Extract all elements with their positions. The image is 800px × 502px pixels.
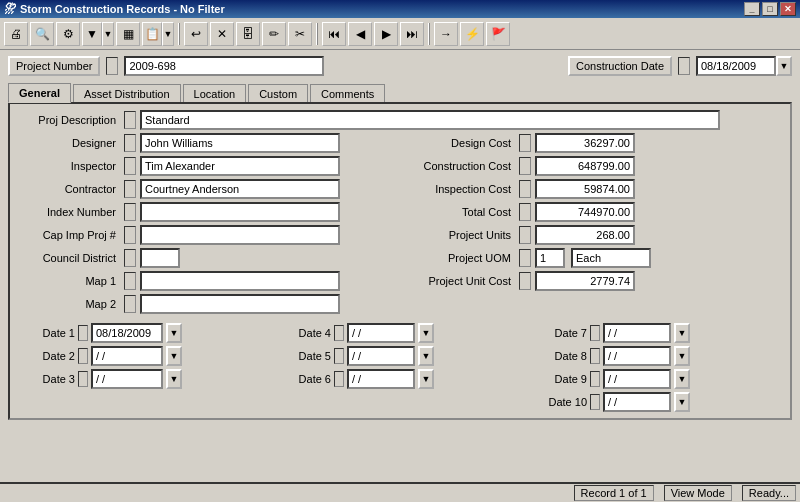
tab-general[interactable]: General <box>8 83 71 103</box>
tab-comments[interactable]: Comments <box>310 84 385 103</box>
close-button[interactable]: ✕ <box>780 2 796 16</box>
last-record-button[interactable]: ⏭ <box>400 22 424 46</box>
project-number-input[interactable] <box>124 56 324 76</box>
date4-input[interactable] <box>347 323 415 343</box>
contractor-input[interactable] <box>140 179 340 199</box>
date2-indicator <box>78 348 88 364</box>
date8-indicator <box>590 348 600 364</box>
find-button[interactable]: 🔍 <box>30 22 54 46</box>
council-district-input[interactable] <box>140 248 180 268</box>
date5-row: Date 5 ▼ <box>276 346 524 366</box>
date9-dropdown-btn[interactable]: ▼ <box>674 369 690 389</box>
date1-indicator <box>78 325 88 341</box>
flag-button[interactable]: 🚩 <box>486 22 510 46</box>
inspection-cost-label: Inspection Cost <box>405 183 515 195</box>
project-units-input[interactable] <box>535 225 635 245</box>
date4-indicator <box>334 325 344 341</box>
date4-dropdown-btn[interactable]: ▼ <box>418 323 434 343</box>
record-status: Record 1 of 1 <box>574 485 654 501</box>
undo-button[interactable]: ↩ <box>184 22 208 46</box>
council-district-label: Council District <box>20 252 120 264</box>
left-column: Designer Inspector Contractor Index Numb… <box>20 133 395 317</box>
filter-dropdown[interactable]: ▼ <box>102 22 114 46</box>
date10-dropdown-btn[interactable]: ▼ <box>674 392 690 412</box>
date7-indicator <box>590 325 600 341</box>
maximize-button[interactable]: □ <box>762 2 778 16</box>
date1-dropdown-btn[interactable]: ▼ <box>166 323 182 343</box>
proj-description-input[interactable] <box>140 110 720 130</box>
total-cost-label: Total Cost <box>405 206 515 218</box>
inspector-input[interactable] <box>140 156 340 176</box>
header-row: Project Number Construction Date ▼ <box>8 56 792 76</box>
tab-custom[interactable]: Custom <box>248 84 308 103</box>
date5-input[interactable] <box>347 346 415 366</box>
project-uom-input1[interactable] <box>535 248 565 268</box>
date9-input[interactable] <box>603 369 671 389</box>
project-uom-input2[interactable] <box>571 248 651 268</box>
copy-dropdown[interactable]: ▼ <box>162 22 174 46</box>
window-controls: _ □ ✕ <box>744 2 796 16</box>
filter-button[interactable]: ▼ <box>82 22 102 46</box>
save-button[interactable]: 🗄 <box>236 22 260 46</box>
designer-row: Designer <box>20 133 395 153</box>
minimize-button[interactable]: _ <box>744 2 760 16</box>
date6-input[interactable] <box>347 369 415 389</box>
project-units-row: Project Units <box>405 225 780 245</box>
copy-button[interactable]: 📋 <box>142 22 162 46</box>
date4-row: Date 4 ▼ <box>276 323 524 343</box>
construction-cost-input[interactable] <box>535 156 635 176</box>
project-number-label-btn[interactable]: Project Number <box>8 56 100 76</box>
date2-dropdown-btn[interactable]: ▼ <box>166 346 182 366</box>
project-unit-cost-input[interactable] <box>535 271 635 291</box>
first-record-button[interactable]: ⏮ <box>322 22 346 46</box>
contractor-label: Contractor <box>20 183 120 195</box>
design-cost-input[interactable] <box>535 133 635 153</box>
map1-input[interactable] <box>140 271 340 291</box>
date10-input[interactable] <box>603 392 671 412</box>
config-button[interactable]: ⚙ <box>56 22 80 46</box>
proj-description-label: Proj Description <box>20 114 120 126</box>
date8-input[interactable] <box>603 346 671 366</box>
date2-input[interactable] <box>91 346 163 366</box>
grid-button[interactable]: ▦ <box>116 22 140 46</box>
index-number-row: Index Number <box>20 202 395 222</box>
map1-row: Map 1 <box>20 271 395 291</box>
date1-input[interactable] <box>91 323 163 343</box>
map2-input[interactable] <box>140 294 340 314</box>
next-record-button[interactable]: ▶ <box>374 22 398 46</box>
total-cost-input[interactable] <box>535 202 635 222</box>
date8-dropdown-btn[interactable]: ▼ <box>674 346 690 366</box>
construction-date-dropdown-btn[interactable]: ▼ <box>776 56 792 76</box>
date9-row: Date 9 ▼ <box>532 369 780 389</box>
cut-button[interactable]: ✂ <box>288 22 312 46</box>
designer-input[interactable] <box>140 133 340 153</box>
project-uom-label: Project UOM <box>405 252 515 264</box>
date3-input[interactable] <box>91 369 163 389</box>
prev-record-button[interactable]: ◀ <box>348 22 372 46</box>
construction-date-input[interactable] <box>696 56 776 76</box>
nav-button[interactable]: → <box>434 22 458 46</box>
print-button[interactable]: 🖨 <box>4 22 28 46</box>
construction-cost-label: Construction Cost <box>405 160 515 172</box>
construction-date-label-btn[interactable]: Construction Date <box>568 56 672 76</box>
date7-dropdown-btn[interactable]: ▼ <box>674 323 690 343</box>
date5-dropdown-btn[interactable]: ▼ <box>418 346 434 366</box>
toolbar: 🖨 🔍 ⚙ ▼ ▼ ▦ 📋 ▼ ↩ ✕ 🗄 ✏ ✂ ⏮ ◀ ▶ ⏭ → ⚡ 🚩 <box>0 18 800 50</box>
project-number-indicator <box>106 57 118 75</box>
tab-content: Proj Description Designer Inspector <box>8 102 792 420</box>
delete-button[interactable]: ✕ <box>210 22 234 46</box>
date7-label: Date 7 <box>532 327 587 339</box>
view-mode-status: View Mode <box>664 485 732 501</box>
tab-location[interactable]: Location <box>183 84 247 103</box>
tab-asset-distribution[interactable]: Asset Distribution <box>73 84 181 103</box>
date3-dropdown-btn[interactable]: ▼ <box>166 369 182 389</box>
date6-dropdown-btn[interactable]: ▼ <box>418 369 434 389</box>
index-number-input[interactable] <box>140 202 340 222</box>
edit-button[interactable]: ✏ <box>262 22 286 46</box>
lightning-button[interactable]: ⚡ <box>460 22 484 46</box>
map2-row: Map 2 <box>20 294 395 314</box>
cap-imp-input[interactable] <box>140 225 340 245</box>
council-district-row: Council District <box>20 248 395 268</box>
date7-input[interactable] <box>603 323 671 343</box>
inspection-cost-input[interactable] <box>535 179 635 199</box>
